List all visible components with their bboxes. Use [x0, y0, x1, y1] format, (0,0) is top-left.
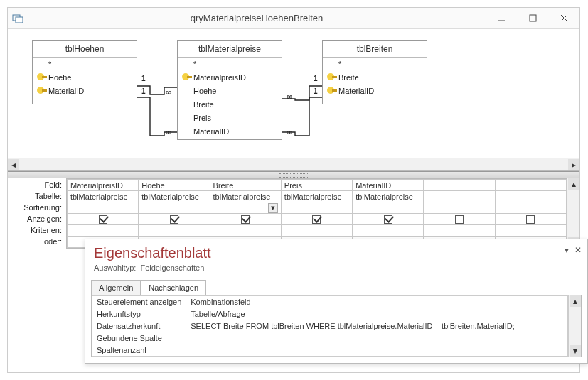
field-hoehe[interactable]: Hoehe [178, 85, 282, 98]
relationship-pane[interactable]: tblHoehen * Hoehe MaterialID tblMaterial… [8, 29, 579, 171]
table-tblmaterialpreise[interactable]: tblMaterialpreise * MaterialpreisID Hoeh… [177, 40, 282, 140]
label-show: Anzeigen: [8, 215, 62, 226]
grid-cell[interactable] [353, 214, 424, 225]
join-card-many: ∞ [287, 92, 293, 102]
prop-subtype: Auswahltyp: Feldeigenschaften [94, 264, 579, 272]
label-criteria: Kriterien: [8, 226, 62, 237]
window-title: qryMaterialpreiseHoehenBreiten [28, 13, 486, 23]
show-checkbox[interactable] [241, 215, 250, 224]
grid-cell[interactable] [424, 214, 495, 225]
show-checkbox[interactable] [384, 215, 392, 224]
property-sheet[interactable]: ▾ ✕ Eigenschaftenblatt Auswahltyp: Felde… [85, 239, 588, 364]
label-table: Tabelle: [8, 192, 62, 203]
dropdown-icon[interactable]: ▾ [565, 245, 569, 255]
designer-hscroll[interactable]: ◂ ▸ [8, 158, 579, 170]
grid-cell[interactable]: Breite [210, 180, 281, 191]
field-star[interactable]: * [178, 58, 282, 71]
join-card-one: 1 [141, 87, 146, 95]
field-materialpreisid[interactable]: MaterialpreisID [178, 71, 282, 85]
field-breite[interactable]: Breite [323, 71, 427, 85]
titlebar: qryMaterialpreiseHoehenBreiten [8, 8, 579, 29]
field-star[interactable]: * [323, 58, 427, 71]
close-button[interactable] [548, 8, 579, 29]
grid-cell[interactable]: tblMaterialpreise [353, 191, 424, 202]
join-card-many: ∞ [166, 127, 172, 137]
dropdown-icon[interactable]: ▾ [268, 203, 278, 213]
field-materialid[interactable]: MaterialID [323, 85, 427, 98]
grid-cell[interactable] [139, 225, 210, 237]
table-title: tblBreiten [323, 41, 427, 58]
join-card-one: 1 [141, 75, 146, 82]
grid-cell[interactable]: tblMaterialpreise [68, 191, 139, 202]
prop-tabs: Allgemein Nachschlagen [91, 279, 582, 295]
grid-cell[interactable] [424, 225, 495, 237]
tab-lookup[interactable]: Nachschlagen [141, 280, 206, 295]
grid-cell[interactable] [68, 214, 139, 225]
prop-value[interactable]: SELECT Breite FROM tblBreiten WHERE tblM… [186, 320, 568, 332]
show-checkbox[interactable] [170, 215, 178, 224]
grid-cell[interactable] [139, 214, 210, 225]
tab-general[interactable]: Allgemein [91, 280, 141, 295]
prop-value[interactable] [186, 344, 568, 357]
field-star[interactable]: * [33, 58, 137, 71]
grid-cell[interactable] [495, 202, 566, 214]
table-title: tblMaterialpreise [178, 41, 282, 58]
grid-cell[interactable] [210, 225, 281, 237]
grid-cell[interactable]: Preis [281, 180, 352, 191]
show-checkbox[interactable] [312, 215, 321, 224]
scroll-down-icon[interactable]: ▾ [570, 345, 581, 357]
prop-title: Eigenschaftenblatt [94, 245, 579, 261]
join-card-one: 1 [314, 87, 318, 95]
grid-cell[interactable]: tblMaterialpreise [139, 191, 210, 202]
query-designer-window: qryMaterialpreiseHoehenBreiten tblHoehen… [7, 7, 580, 373]
grid-cell[interactable]: tblMaterialpreise [281, 191, 352, 202]
grid-cell[interactable]: tblMaterialpreise [210, 191, 281, 202]
scroll-up-icon[interactable]: ▴ [570, 295, 581, 307]
prop-key: Herkunftstyp [92, 308, 186, 320]
grid-cell[interactable] [495, 214, 566, 225]
maximize-button[interactable] [517, 8, 548, 29]
field-preis[interactable]: Preis [178, 112, 282, 125]
prop-key: Spaltenanzahl [92, 344, 186, 357]
grid-cell[interactable] [353, 225, 424, 237]
table-tblbreiten[interactable]: tblBreiten * Breite MaterialID [322, 40, 427, 104]
show-checkbox[interactable] [455, 215, 464, 224]
close-icon[interactable]: ✕ [574, 245, 582, 255]
grid-cell[interactable] [495, 225, 566, 237]
prop-value[interactable]: Kombinationsfeld [186, 296, 568, 308]
prop-value[interactable]: Tabelle/Abfrage [186, 308, 568, 320]
grid-cell[interactable] [424, 202, 495, 214]
prop-value[interactable] [186, 332, 568, 344]
field-materialid[interactable]: MaterialID [178, 125, 282, 139]
show-checkbox[interactable] [99, 215, 107, 224]
grid-cell[interactable] [495, 191, 566, 202]
field-breite[interactable]: Breite [178, 98, 282, 112]
minimize-button[interactable] [486, 8, 517, 29]
grid-cell[interactable]: MaterialpreisID [68, 180, 139, 191]
scroll-up-icon[interactable]: ▴ [568, 178, 579, 190]
grid-cell[interactable]: Hoehe [139, 180, 210, 191]
grid-cell[interactable] [68, 202, 139, 214]
grid-cell[interactable] [210, 214, 281, 225]
table-tblhoehen[interactable]: tblHoehen * Hoehe MaterialID [32, 40, 137, 104]
grid-cell[interactable] [424, 191, 495, 202]
field-hoehe[interactable]: Hoehe [33, 71, 137, 85]
grid-cell[interactable] [139, 202, 210, 214]
grid-cell[interactable] [495, 180, 566, 191]
grid-cell[interactable] [281, 202, 352, 214]
show-checkbox[interactable] [526, 215, 535, 224]
grid-cell[interactable] [68, 225, 139, 237]
grid-cell[interactable]: ▾ [210, 202, 281, 214]
grid-cell[interactable] [424, 180, 495, 191]
grid-cell[interactable] [281, 214, 352, 225]
prop-vscroll[interactable]: ▴ ▾ [568, 295, 581, 357]
grid-cell[interactable] [353, 202, 424, 214]
prop-grid: Steuerelement anzeigenKombinationsfeld H… [91, 295, 582, 357]
grid-cell[interactable]: MaterialID [353, 180, 424, 191]
splitter[interactable] [8, 171, 579, 178]
grid-cell[interactable] [281, 225, 352, 237]
field-materialid[interactable]: MaterialID [33, 85, 137, 98]
scroll-left-icon[interactable]: ◂ [8, 159, 19, 170]
scroll-right-icon[interactable]: ▸ [568, 159, 579, 170]
label-sort: Sortierung: [8, 203, 62, 215]
